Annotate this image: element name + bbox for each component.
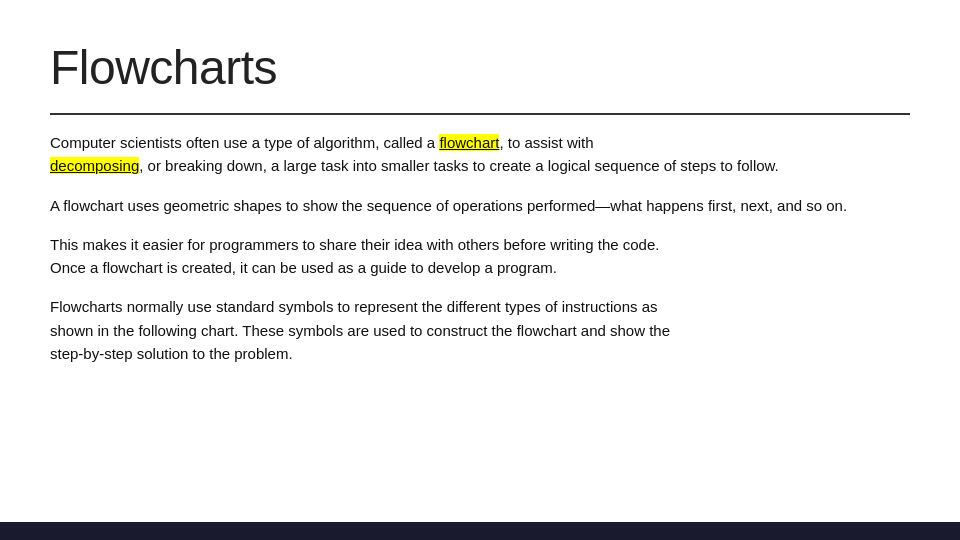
para1-after-flowchart: , to assist with: [499, 134, 593, 151]
para1-decomposing-term: decomposing: [50, 157, 139, 174]
bottom-bar: [0, 522, 960, 540]
para3-line1: This makes it easier for programmers to …: [50, 236, 659, 253]
para3-line2: Once a flowchart is created, it can be u…: [50, 259, 557, 276]
paragraph-1: Computer scientists often use a type of …: [50, 131, 910, 178]
slide-title: Flowcharts: [50, 40, 910, 95]
paragraph-2: A flowchart uses geometric shapes to sho…: [50, 194, 910, 217]
para1-before-flowchart: Computer scientists often use a type of …: [50, 134, 439, 151]
title-divider: [50, 113, 910, 115]
para4-line1: Flowcharts normally use standard symbols…: [50, 298, 658, 315]
para4-line2: shown in the following chart. These symb…: [50, 322, 670, 339]
paragraph-3: This makes it easier for programmers to …: [50, 233, 910, 280]
para1-rest: , or breaking down, a large task into sm…: [139, 157, 779, 174]
para4-line3: step-by-step solution to the problem.: [50, 345, 293, 362]
para1-flowchart-term: flowchart: [439, 134, 499, 151]
slide-container: Flowcharts Computer scientists often use…: [0, 0, 960, 540]
body-text: Computer scientists often use a type of …: [50, 131, 910, 365]
paragraph-4: Flowcharts normally use standard symbols…: [50, 295, 910, 365]
